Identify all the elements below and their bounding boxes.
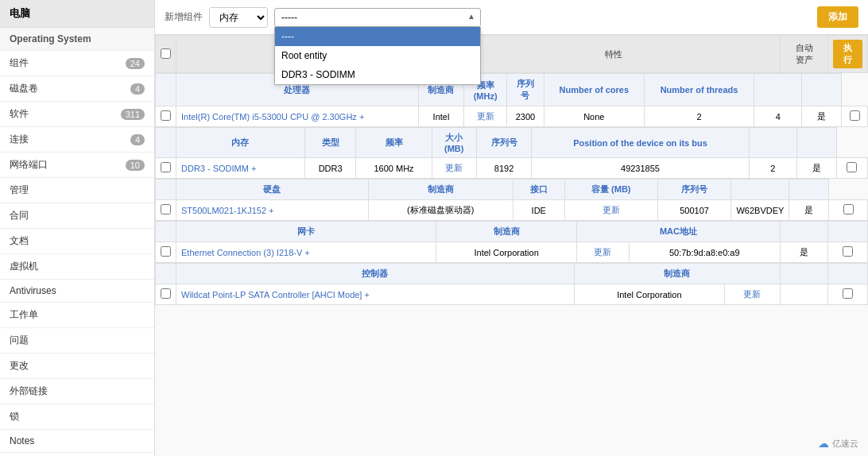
sidebar-software-label: 软件 xyxy=(10,107,29,121)
disk-update-cell: 更新 xyxy=(564,200,657,221)
processor-section-checkbox-col xyxy=(156,74,176,106)
memory-checkbox[interactable] xyxy=(161,162,171,172)
processor-update-cell: 更新 xyxy=(464,106,507,127)
component-type-select[interactable]: 内存 处理器 硬盘 网卡 xyxy=(209,7,268,28)
sidebar-item-documents[interactable]: 文档 xyxy=(0,229,154,254)
controller-add-icon[interactable]: + xyxy=(364,290,369,299)
network-exec-checkbox[interactable] xyxy=(843,246,853,257)
processor-add-icon[interactable]: + xyxy=(359,112,364,122)
memory-name-cell: DDR3 - SODIMM + xyxy=(176,158,305,179)
disk-update-btn[interactable]: 更新 xyxy=(603,205,620,214)
network-label[interactable]: 网卡 xyxy=(297,226,315,236)
controller-update-cell: 更新 xyxy=(724,284,780,305)
network-exec-col xyxy=(828,222,868,242)
processor-exec-checkbox[interactable] xyxy=(850,110,860,121)
sidebar-computer-header[interactable]: 电脑 xyxy=(0,0,154,28)
sidebar-item-problems[interactable]: 问题 xyxy=(0,328,154,354)
disk-manufacturer-cell: (标准磁盘驱动器) xyxy=(368,200,513,221)
disk-manufacturer-value: (标准磁盘驱动器) xyxy=(407,205,474,214)
sidebar-antiviruses-label: Antiviruses xyxy=(10,285,56,296)
sidebar-connections-label: 连接 xyxy=(10,133,29,146)
header-properties: 特性 xyxy=(447,36,781,73)
network-mac-label: MAC地址 xyxy=(660,226,697,236)
processor-serial-label: 序列号 xyxy=(517,79,534,100)
controller-checkbox[interactable] xyxy=(161,288,171,299)
disk-capacity-label: 容量 (MB) xyxy=(591,184,631,194)
processor-name-link[interactable]: Intel(R) Core(TM) i5-5300U CPU @ 2.30GHz xyxy=(181,112,357,122)
processor-update-btn[interactable]: 更新 xyxy=(477,111,494,121)
memory-update-cell: 更新 xyxy=(432,158,476,179)
sidebar-lock-label: 锁 xyxy=(10,410,19,423)
disk-label[interactable]: 硬盘 xyxy=(263,184,281,194)
add-component-button[interactable]: 添加 xyxy=(817,6,858,28)
processor-cores-header: Number of cores xyxy=(544,74,644,106)
memory-row-checkbox xyxy=(156,158,176,179)
sidebar-item-software[interactable]: 软件 311 xyxy=(0,102,154,127)
sidebar-documents-label: 文档 xyxy=(10,234,29,248)
sidebar-item-tickets[interactable]: 工作单 xyxy=(0,303,154,328)
controller-exec-checkbox[interactable] xyxy=(843,288,853,299)
controller-label[interactable]: 控制器 xyxy=(362,269,388,278)
memory-name-link[interactable]: DDR3 - SODIMM xyxy=(181,164,249,173)
disk-manufacturer-header: 制造商 xyxy=(368,180,513,200)
controller-update-btn[interactable]: 更新 xyxy=(743,289,761,299)
table-row: ST500LM021-1KJ152 + (标准磁盘驱动器) IDE 更新 500… xyxy=(156,200,868,221)
memory-exec-checkbox[interactable] xyxy=(847,162,857,172)
entity-select-display[interactable]: ----- xyxy=(274,8,481,27)
processor-auto-col xyxy=(754,74,802,106)
processor-checkbox[interactable] xyxy=(161,110,171,121)
sidebar-item-connections[interactable]: 连接 4 xyxy=(0,127,154,153)
processor-manufacturer-cell: Intel xyxy=(418,106,464,127)
memory-update-btn[interactable]: 更新 xyxy=(445,163,463,172)
entity-select-wrapper: ----- ---- Root entity DDR3 - SODIMM xyxy=(274,8,481,27)
network-add-icon[interactable]: + xyxy=(304,248,309,257)
sidebar-item-operating-system[interactable]: Operating System xyxy=(0,28,154,51)
network-name-cell: Ethernet Connection (3) I218-V + xyxy=(176,242,436,263)
disk-checkbox[interactable] xyxy=(161,204,171,214)
sidebar-item-components[interactable]: 组件 24 xyxy=(0,51,154,76)
sidebar-item-antiviruses[interactable]: Antiviruses xyxy=(0,280,154,303)
sidebar-item-vms[interactable]: 虚拟机 xyxy=(0,254,154,280)
sidebar-item-network-ports[interactable]: 网络端口 10 xyxy=(0,153,154,178)
network-section-checkbox-col xyxy=(156,222,176,242)
sidebar-item-management[interactable]: 管理 xyxy=(0,178,154,203)
execute-button[interactable]: 执行 xyxy=(833,40,862,68)
processor-name-cell: Intel(R) Core(TM) i5-5300U CPU @ 2.30GHz… xyxy=(176,106,419,127)
sidebar-item-notes[interactable]: Notes xyxy=(0,430,154,453)
disk-add-icon[interactable]: + xyxy=(269,206,273,215)
memory-type-value: DDR3 xyxy=(319,164,343,173)
sidebar-item-changes[interactable]: 更改 xyxy=(0,354,154,379)
table-row: Intel(R) Core(TM) i5-5300U CPU @ 2.30GHz… xyxy=(156,106,868,127)
network-update-btn[interactable]: 更新 xyxy=(594,247,611,257)
controller-auto-col xyxy=(781,264,828,284)
dropdown-item-root[interactable]: Root entity xyxy=(275,46,480,65)
memory-auto-col xyxy=(749,128,796,158)
sidebar-item-contracts[interactable]: 合同 xyxy=(0,203,154,229)
select-all-checkbox[interactable] xyxy=(161,48,171,59)
table-row: DDR3 - SODIMM + DDR3 1600 MHz 更新 8192 49… xyxy=(156,158,868,179)
memory-bus-value: 2 xyxy=(770,164,775,173)
dropdown-item-blank[interactable]: ---- xyxy=(275,27,480,46)
controller-manufacturer-header: 制造商 xyxy=(574,264,780,284)
disk-capacity-cell: 500107 xyxy=(657,200,731,221)
dropdown-item-ddr3[interactable]: DDR3 - SODIMM xyxy=(275,65,480,84)
processor-label[interactable]: 处理器 xyxy=(284,85,310,95)
disk-row-checkbox xyxy=(156,200,176,221)
disk-name-link[interactable]: ST500LM021-1KJ152 xyxy=(181,206,266,215)
operating-system-label: Operating System xyxy=(10,33,91,44)
sidebar-item-external-links[interactable]: 外部链接 xyxy=(0,379,154,404)
memory-label[interactable]: 内存 xyxy=(231,137,249,147)
network-name-link[interactable]: Ethernet Connection (3) I218-V xyxy=(181,248,302,257)
memory-is-auto-value: 是 xyxy=(812,163,821,172)
sidebar-item-disks[interactable]: 磁盘卷 4 xyxy=(0,76,154,102)
disk-exec-checkbox[interactable] xyxy=(843,204,854,214)
sidebar-contracts-label: 合同 xyxy=(10,209,29,222)
sidebar-disks-label: 磁盘卷 xyxy=(10,82,38,95)
network-checkbox[interactable] xyxy=(161,246,171,257)
disk-serial-cell: W62BVDEY xyxy=(731,200,789,221)
sidebar-item-lock[interactable]: 锁 xyxy=(0,404,154,430)
memory-add-icon[interactable]: + xyxy=(251,164,256,173)
controller-name-link[interactable]: Wildcat Point-LP SATA Controller [AHCI M… xyxy=(181,290,362,299)
processor-row-checkbox xyxy=(156,106,176,127)
processor-exec-cell xyxy=(842,106,868,127)
